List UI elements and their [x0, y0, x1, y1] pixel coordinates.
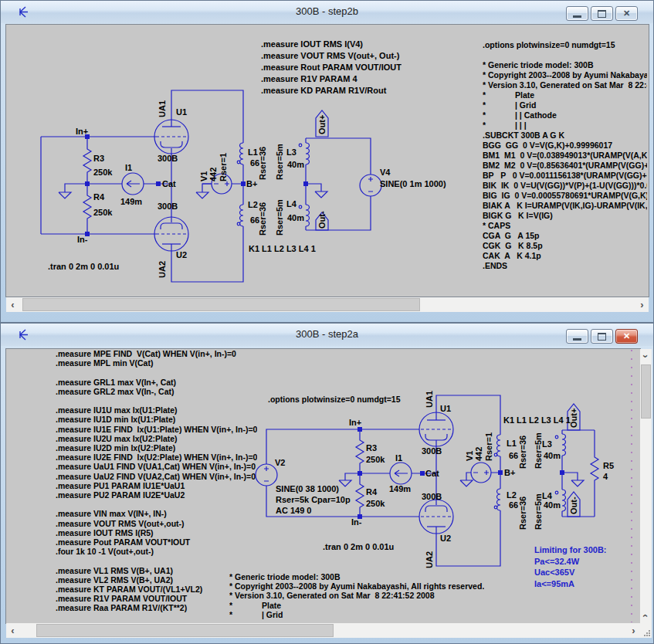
component-ref[interactable]: I1 [125, 163, 132, 172]
component-value[interactable]: 66 [509, 500, 518, 510]
component-model[interactable]: 300B [422, 446, 442, 456]
node-label-b-plus[interactable]: B+ [246, 179, 257, 188]
component-value[interactable]: SINE(0 38 1000) [276, 484, 339, 493]
ground-symbol[interactable] [306, 184, 327, 198]
component-rser[interactable]: Rser=36 [518, 497, 527, 530]
ground-symbol[interactable] [460, 473, 473, 486]
component-rser[interactable]: Rser=36 [258, 147, 267, 180]
inductor-L2[interactable]: L2 66 Rser=36 [237, 200, 267, 236]
scroll-right-arrow[interactable]: › [627, 624, 640, 637]
component-rser[interactable]: Rser=36 [258, 202, 267, 236]
component-ref[interactable]: R3 [366, 443, 377, 452]
component-value[interactable]: SINE(0 1m 1000) [380, 179, 446, 188]
voltage-source-V1[interactable]: V1 442 Rser=1 [465, 432, 493, 483]
ground-symbol[interactable] [196, 184, 212, 198]
inductor-L2[interactable]: L2 66 Rser=36 [494, 489, 527, 530]
tran-directive[interactable]: .tran 0 2m 0 0.01u [48, 262, 119, 271]
node-label-b-plus[interactable]: B+ [504, 468, 515, 477]
inductor-L3[interactable]: L3 40m Rser=5m [534, 432, 566, 469]
resistor-R5[interactable]: R5 4 [591, 430, 614, 517]
component-value[interactable]: 40m [287, 213, 304, 222]
node-label-in-minus[interactable]: In- [77, 235, 88, 244]
titlebar[interactable]: 300B - step2b ✕ [1, 1, 653, 23]
titlebar[interactable]: 300B - step2a ✕ [1, 324, 653, 346]
current-source-I1[interactable]: I1 149m [120, 163, 144, 206]
component-ref[interactable]: L1 [248, 147, 258, 157]
voltage-source-V4[interactable]: V4 SINE(0 1m 1000) [360, 168, 446, 196]
component-ref[interactable]: U2 [440, 534, 451, 543]
component-model[interactable]: 300B [158, 202, 178, 211]
port-label[interactable]: UA1 [158, 100, 167, 117]
component-rser[interactable]: Rser=1 [484, 432, 493, 461]
resistor-R3[interactable]: R3 250k [356, 429, 385, 473]
port-label[interactable]: UA2 [158, 261, 167, 278]
options-directive[interactable]: .options plotwinsize=0 numdgt=15 [268, 395, 401, 404]
options-directive[interactable]: .options plotwinsize=0 numdgt=15 [483, 40, 615, 49]
schematic-canvas-step2b[interactable]: R3 250k R4 250k I1 149m [6, 25, 649, 297]
voltage-source-V2[interactable]: V2 SINE(0 38 1000) Rser=5k Cpar=10p AC 1… [256, 458, 351, 515]
measure-directives[interactable]: .measure IOUT RMS I(V4).measure VOUT RMS… [261, 39, 402, 97]
node-label-cat[interactable]: Cat [162, 179, 176, 188]
scroll-left-arrow[interactable]: ‹ [6, 624, 19, 637]
ground-symbol[interactable] [339, 473, 360, 486]
component-ref[interactable]: V1 [199, 171, 208, 181]
component-rser[interactable]: Rser=5m [534, 493, 543, 530]
component-ref[interactable]: U1 [176, 107, 187, 117]
component-ref[interactable]: R4 [93, 192, 105, 202]
component-value[interactable]: 40m [287, 160, 304, 169]
component-ref[interactable]: L4 [286, 199, 297, 208]
component-model[interactable]: 300B [158, 154, 178, 163]
component-ref[interactable]: U2 [176, 250, 187, 259]
component-ref[interactable]: R3 [93, 154, 104, 163]
component-value[interactable]: 442 [474, 447, 483, 461]
port-flag-out-minus[interactable]: Out- [568, 492, 580, 517]
scrollbar-thumb[interactable] [36, 624, 334, 637]
port-flag-out-plus[interactable]: Out+ [316, 110, 328, 137]
model-comment-text[interactable]: * Generic triode model: 300B* Copyright … [229, 572, 484, 619]
component-value[interactable]: 250k [93, 208, 113, 217]
port-flag-out-minus[interactable]: Out- [316, 211, 328, 230]
scroll-left-arrow[interactable]: ‹ [6, 298, 19, 311]
component-ref[interactable]: L2 [248, 200, 258, 209]
coupling-directive[interactable]: K1 L1 L2 L3 L4 1 [503, 415, 571, 425]
node-label-cat[interactable]: Cat [425, 469, 439, 478]
component-value[interactable]: 250k [366, 455, 385, 464]
component-value[interactable]: 149m [120, 197, 142, 206]
inductor-L4[interactable]: L4 40m Rser=5m [275, 199, 310, 236]
component-value[interactable]: 4 [603, 472, 608, 481]
resistor-R4[interactable]: R4 250k [356, 473, 385, 517]
voltage-source-V1[interactable]: V1 442 Rser=1 [199, 153, 232, 194]
component-value[interactable]: 250k [93, 168, 113, 177]
component-value[interactable]: 40m [544, 500, 561, 510]
inductor-L3[interactable]: L3 40m Rser=5m [275, 143, 310, 180]
component-rser[interactable]: Rser=5m [275, 144, 284, 180]
inductor-L1[interactable]: L1 66 Rser=36 [494, 435, 527, 469]
tran-directive[interactable]: .tran 0 2m 0 0.01u [323, 542, 394, 551]
component-value[interactable]: 66 [509, 451, 518, 460]
node-label-in-plus[interactable]: In+ [76, 127, 88, 136]
schematic-canvas-step2a[interactable]: V2 SINE(0 38 1000) Rser=5k Cpar=10p AC 1… [6, 349, 640, 623]
node-label-in-minus[interactable]: In- [351, 517, 362, 527]
scrollbar-thumb[interactable] [22, 298, 420, 311]
measure-directives[interactable]: .measure MPE FIND V(Cat) WHEN V(in+, In-… [56, 349, 257, 613]
component-rser[interactable]: Rser=5m [275, 199, 284, 236]
resistor-R4[interactable]: R4 250k [83, 184, 113, 234]
ground-symbol[interactable] [59, 184, 87, 198]
component-ref[interactable]: R4 [366, 487, 378, 497]
maximize-button[interactable] [591, 6, 613, 21]
scroll-right-arrow[interactable]: › [635, 298, 649, 311]
component-ref[interactable]: I1 [395, 453, 402, 463]
coupling-directive[interactable]: K1 L1 L2 L3 L4 1 [249, 244, 316, 253]
resize-grip[interactable] [644, 630, 650, 636]
component-rser[interactable]: Rser=1 [219, 153, 228, 181]
component-value[interactable]: 250k [366, 499, 385, 508]
component-ref[interactable]: L2 [507, 490, 517, 500]
component-ref[interactable]: V2 [275, 458, 285, 467]
component-rser[interactable]: Rser=5m [534, 432, 543, 469]
node-label-in-plus[interactable]: In+ [349, 418, 361, 427]
ground-symbol[interactable] [562, 473, 584, 486]
limiting-note[interactable]: Limiting for 300B:Pa<=32.4WUac<365VIa<=9… [534, 544, 607, 589]
component-value[interactable]: AC 149 0 [276, 506, 311, 515]
component-ref[interactable]: V4 [380, 168, 391, 177]
resistor-R3[interactable]: R3 250k [83, 137, 113, 184]
